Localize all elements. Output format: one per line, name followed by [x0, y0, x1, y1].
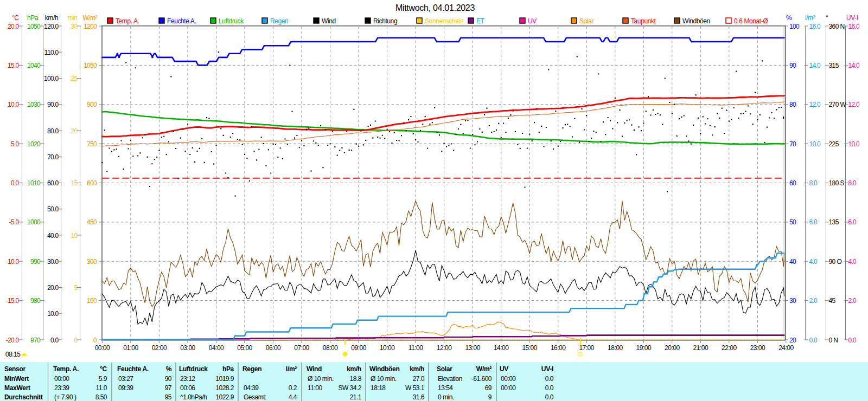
- svg-text:30.0: 30.0: [47, 258, 59, 266]
- svg-text:1022.9: 1022.9: [215, 393, 234, 401]
- svg-text:00:00: 00:00: [501, 384, 516, 392]
- svg-text:04:39: 04:39: [244, 384, 259, 392]
- svg-text:60.0: 60.0: [47, 179, 59, 187]
- svg-text:23:00: 23:00: [750, 344, 765, 352]
- svg-text:80.0: 80.0: [47, 127, 59, 135]
- svg-text:Regen: Regen: [242, 365, 261, 373]
- svg-text:0.0: 0.0: [809, 337, 818, 344]
- svg-text:15.0: 15.0: [8, 62, 20, 69]
- svg-text:Luftdruck: Luftdruck: [219, 17, 244, 25]
- svg-text:0.0: 0.0: [545, 375, 554, 383]
- svg-text:Elevation: Elevation: [438, 375, 462, 383]
- svg-text:40.0: 40.0: [47, 232, 59, 240]
- svg-text:0.2: 0.2: [289, 384, 297, 392]
- svg-text:ET: ET: [476, 17, 485, 25]
- svg-text:6.0: 6.0: [848, 218, 857, 226]
- svg-text:14.0: 14.0: [809, 62, 821, 69]
- svg-text:45: 45: [829, 297, 836, 305]
- svg-text:^1.0hPa/h: ^1.0hPa/h: [180, 393, 207, 401]
- svg-text:Wind: Wind: [322, 17, 336, 25]
- svg-text:1040: 1040: [27, 62, 41, 69]
- svg-text:Temp. A.: Temp. A.: [53, 365, 79, 373]
- svg-text:12.0: 12.0: [848, 101, 860, 108]
- svg-text:03:00: 03:00: [180, 344, 195, 352]
- svg-text:21.1: 21.1: [350, 393, 362, 401]
- svg-text:SW 34.2: SW 34.2: [338, 384, 361, 392]
- svg-text:0 N: 0 N: [829, 337, 838, 344]
- svg-text:450: 450: [87, 218, 97, 226]
- svg-text:90: 90: [789, 62, 796, 69]
- svg-text:1030: 1030: [27, 101, 41, 108]
- svg-text:18:18: 18:18: [371, 384, 386, 392]
- svg-text:14:00: 14:00: [494, 344, 509, 352]
- svg-text:315: 315: [829, 62, 839, 69]
- svg-text:Temp. A.: Temp. A.: [116, 17, 139, 25]
- svg-text:9: 9: [488, 393, 492, 401]
- svg-text:5.9: 5.9: [99, 375, 107, 383]
- svg-text:20: 20: [789, 337, 796, 344]
- svg-text:MaxWert: MaxWert: [4, 384, 30, 392]
- svg-text:4.0: 4.0: [809, 258, 818, 266]
- svg-text:980: 980: [30, 297, 41, 305]
- svg-text:15:00: 15:00: [522, 344, 537, 352]
- svg-text:-10.0: -10.0: [6, 258, 20, 266]
- svg-text:50.0: 50.0: [47, 205, 59, 213]
- svg-text:225: 225: [829, 140, 839, 148]
- svg-text:17:00: 17:00: [579, 344, 594, 352]
- svg-text:Ø 10 min.: Ø 10 min.: [371, 375, 397, 383]
- svg-text:10.0: 10.0: [848, 140, 860, 148]
- svg-text:60: 60: [789, 179, 796, 187]
- svg-text:2.0: 2.0: [848, 297, 857, 305]
- svg-text:750: 750: [87, 140, 97, 148]
- svg-text:Richtung: Richtung: [373, 17, 397, 25]
- svg-text:8.0: 8.0: [848, 179, 857, 187]
- svg-text:1010: 1010: [27, 179, 41, 187]
- svg-text:0 min.: 0 min.: [438, 393, 454, 401]
- svg-text:360 N: 360 N: [829, 23, 845, 30]
- svg-text:990: 990: [30, 258, 41, 266]
- svg-text:12.0: 12.0: [809, 101, 821, 108]
- svg-text:6.0: 6.0: [809, 218, 818, 226]
- svg-text:100: 100: [789, 23, 800, 30]
- svg-text:04:00: 04:00: [209, 344, 224, 352]
- svg-text:Feuchte A.: Feuchte A.: [167, 17, 196, 25]
- svg-text:km/h: km/h: [45, 14, 58, 22]
- svg-text:°: °: [826, 14, 828, 22]
- svg-text:°C: °C: [12, 14, 19, 22]
- svg-text:00:06: 00:06: [180, 384, 195, 392]
- svg-text:Gesamt:: Gesamt:: [244, 393, 266, 401]
- svg-text:1050: 1050: [27, 23, 41, 30]
- svg-text:11:00: 11:00: [308, 384, 322, 392]
- svg-text:19:00: 19:00: [636, 344, 652, 352]
- svg-text:8.0: 8.0: [809, 179, 818, 187]
- svg-text:20:00: 20:00: [665, 344, 680, 352]
- svg-text:W/m²: W/m²: [476, 365, 492, 373]
- svg-text:13:54: 13:54: [438, 384, 453, 392]
- svg-text:0.0: 0.0: [545, 384, 554, 392]
- svg-text:W/m²: W/m²: [82, 14, 97, 22]
- svg-text:95: 95: [165, 393, 172, 401]
- svg-text:1020: 1020: [27, 140, 41, 148]
- svg-text:16:00: 16:00: [551, 344, 566, 352]
- svg-text:0.0: 0.0: [848, 337, 857, 344]
- svg-text:0.6 Monat-Ø: 0.6 Monat-Ø: [734, 17, 768, 25]
- svg-text:180 S: 180 S: [829, 179, 845, 187]
- svg-text:16.0: 16.0: [809, 23, 821, 30]
- svg-text:4.0: 4.0: [848, 258, 857, 266]
- svg-text:21:00: 21:00: [693, 344, 709, 352]
- svg-text:11:00: 11:00: [409, 344, 423, 352]
- svg-text:07:00: 07:00: [294, 344, 309, 352]
- svg-text:69: 69: [485, 384, 492, 392]
- svg-text:%: %: [786, 14, 792, 22]
- svg-text:13:00: 13:00: [465, 344, 480, 352]
- svg-text:135: 135: [829, 218, 839, 226]
- svg-text:00:00: 00:00: [54, 375, 69, 383]
- svg-text:03:27: 03:27: [118, 375, 133, 383]
- svg-text:90.0: 90.0: [47, 101, 59, 108]
- svg-text:Ø 10 min.: Ø 10 min.: [308, 375, 334, 383]
- svg-text:600: 600: [87, 179, 97, 187]
- svg-text:Solar: Solar: [437, 365, 452, 373]
- svg-text:Sonnenschein: Sonnenschein: [425, 17, 463, 25]
- svg-text:06:00: 06:00: [266, 344, 281, 352]
- svg-text:90 O: 90 O: [829, 258, 842, 266]
